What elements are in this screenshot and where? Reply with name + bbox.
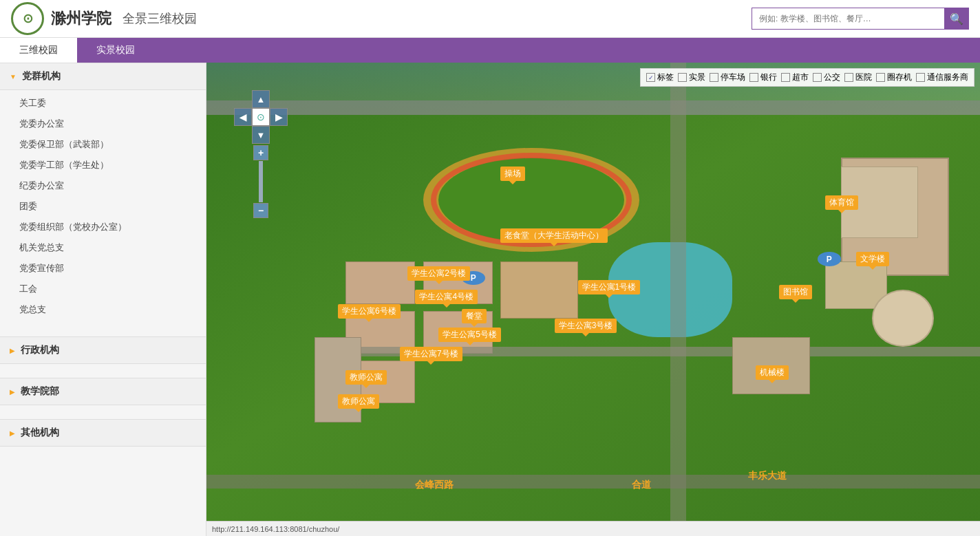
arrow-right-icon: ▶ [10,347,15,354]
search-input[interactable] [752,8,944,30]
list-item[interactable]: 机关党总支 [0,237,206,258]
map-label-teacher-apt1[interactable]: 教师公寓 [345,370,387,385]
map-label-dorm6[interactable]: 学生公寓6号楼 [338,304,401,319]
tab-real-label: 实景校园 [96,44,135,56]
filter-supermarket-text: 超市 [792,72,809,83]
list-item[interactable]: 工会 [0,279,206,299]
navbar: 三维校园 实景校园 [0,38,980,63]
map-label-wenxuelou[interactable]: 文学楼 [856,252,889,266]
filter-bus-checkbox[interactable] [813,73,822,82]
filter-label-text: 标签 [657,72,674,83]
site-subtitle: 全景三维校园 [122,10,197,27]
section-other-header[interactable]: ▶ 其他机构 [0,419,206,447]
list-item[interactable]: 党委宣传部 [0,258,206,279]
map-area[interactable]: P P ▲ ◀ ⊙ ▶ ▼ + [206,63,980,536]
nav-up-button[interactable]: ▲ [252,90,270,108]
arrow-right-icon: ▶ [10,429,15,437]
section-other-title: 其他机构 [21,427,59,439]
map-label-dorm1[interactable]: 学生公寓1号楼 [578,280,641,294]
sidebar: ▼ 党群机构 关工委 党委办公室 党委保卫部（武装部） 党委学工部（学生处） 纪… [0,63,206,536]
arrow-right-icon: ▶ [10,388,15,396]
tab-3d-label: 三维校园 [19,44,58,56]
list-item[interactable]: 党委组织部（党校办公室） [0,217,206,237]
map-label-library[interactable]: 图书馆 [779,285,812,299]
section-party-header[interactable]: ▼ 党群机构 [0,63,206,90]
search-button[interactable]: 🔍 [944,8,969,30]
list-item[interactable]: 团委 [0,196,206,217]
header: ⊙ 滁州学院 全景三维校园 🔍 [0,0,980,38]
filter-parking-text: 停车场 [721,72,745,83]
tab-3d-campus[interactable]: 三维校园 [0,38,77,63]
filter-hospital-checkbox[interactable] [844,73,853,82]
nav-left-button[interactable]: ◀ [234,108,252,126]
site-title: 滁州学院 [51,8,111,29]
map-label-dorm4[interactable]: 学生公寓4号楼 [415,290,478,304]
road-label-huifeng: 会峰西路 [415,479,454,491]
list-item[interactable]: 党委办公室 [0,114,206,134]
logo-icon: ⊙ [23,11,33,26]
section-party-title: 党群机构 [22,70,61,83]
zoom-in-button[interactable]: + [253,145,268,160]
section-party-items: 关工委 党委办公室 党委保卫部（武装部） 党委学工部（学生处） 纪委办公室 团委… [0,90,206,323]
filter-telecom[interactable]: 通信服务商 [916,72,968,83]
tab-real-campus[interactable]: 实景校园 [77,38,154,63]
list-item[interactable]: 党委学工部（学生处） [0,155,206,175]
search-icon: 🔍 [950,12,963,25]
nav-center[interactable]: ⊙ [252,108,270,126]
search-area: 🔍 [752,8,969,30]
arrow-down-icon: ▼ [10,73,17,81]
zoom-out-button[interactable]: − [253,203,268,218]
map-label-gym[interactable]: 体育馆 [825,195,858,210]
filter-bank[interactable]: 银行 [749,72,777,83]
filter-label-checkbox[interactable]: ✓ [646,73,655,82]
filter-bus-text: 公交 [824,72,840,83]
filter-bank-text: 银行 [760,72,777,83]
filter-deposit-checkbox[interactable] [876,73,885,82]
main-layout: ▼ 党群机构 关工委 党委办公室 党委保卫部（武装部） 党委学工部（学生处） 纪… [0,63,980,536]
section-admin-title: 行政机构 [21,344,59,356]
status-url: http://211.149.164.113:8081/chuzhou/ [212,525,339,533]
map-label-dorm7[interactable]: 学生公寓7号楼 [400,347,462,361]
filter-real-checkbox[interactable] [678,73,687,82]
filter-bar: ✓ 标签 实景 停车场 银行 超市 公交 [640,68,974,87]
nav-down-button[interactable]: ▼ [252,126,270,144]
map-label-canteen-old[interactable]: 老食堂（大学生活动中心） [500,228,608,243]
road-label-fengle: 丰乐大道 [748,470,787,482]
filter-telecom-text: 通信服务商 [927,72,968,83]
filter-deposit-text: 圈存机 [887,72,912,83]
filter-label[interactable]: ✓ 标签 [646,72,674,83]
map-label-dorm3[interactable]: 学生公寓3号楼 [555,319,617,333]
section-education-title: 教学院部 [21,385,59,398]
list-item[interactable]: 党总支 [0,299,206,320]
status-bar: http://211.149.164.113:8081/chuzhou/ [206,521,980,536]
list-item[interactable]: 关工委 [0,93,206,114]
section-admin-header[interactable]: ▶ 行政机构 [0,336,206,364]
filter-hospital[interactable]: 医院 [844,72,872,83]
filter-real[interactable]: 实景 [678,72,705,83]
filter-hospital-text: 医院 [855,72,872,83]
filter-bus[interactable]: 公交 [813,72,840,83]
map-background: P P [206,63,980,536]
list-item[interactable]: 纪委办公室 [0,175,206,196]
filter-supermarket[interactable]: 超市 [781,72,809,83]
zoom-track [259,161,263,202]
filter-telecom-checkbox[interactable] [916,73,925,82]
section-education-header[interactable]: ▶ 教学院部 [0,378,206,405]
map-label-teacher-apt2[interactable]: 教师公寓 [338,394,379,409]
filter-supermarket-checkbox[interactable] [781,73,790,82]
map-navigation-controls: ▲ ◀ ⊙ ▶ ▼ + − [234,90,288,218]
map-label-canteen[interactable]: 餐堂 [462,309,487,323]
map-label-dorm2[interactable]: 学生公寓2号楼 [407,266,470,281]
filter-real-text: 实景 [689,72,705,83]
filter-bank-checkbox[interactable] [749,73,758,82]
list-item[interactable]: 党委保卫部（武装部） [0,134,206,155]
road-label-he: 合道 [632,479,651,491]
logo: ⊙ [11,2,44,35]
map-label-mechanical[interactable]: 机械楼 [756,365,789,380]
filter-deposit[interactable]: 圈存机 [876,72,912,83]
filter-parking-checkbox[interactable] [710,73,718,82]
map-label-stadium[interactable]: 操场 [500,167,525,181]
map-label-dorm5[interactable]: 学生公寓5号楼 [438,328,501,342]
nav-right-button[interactable]: ▶ [270,108,288,126]
filter-parking[interactable]: 停车场 [710,72,745,83]
